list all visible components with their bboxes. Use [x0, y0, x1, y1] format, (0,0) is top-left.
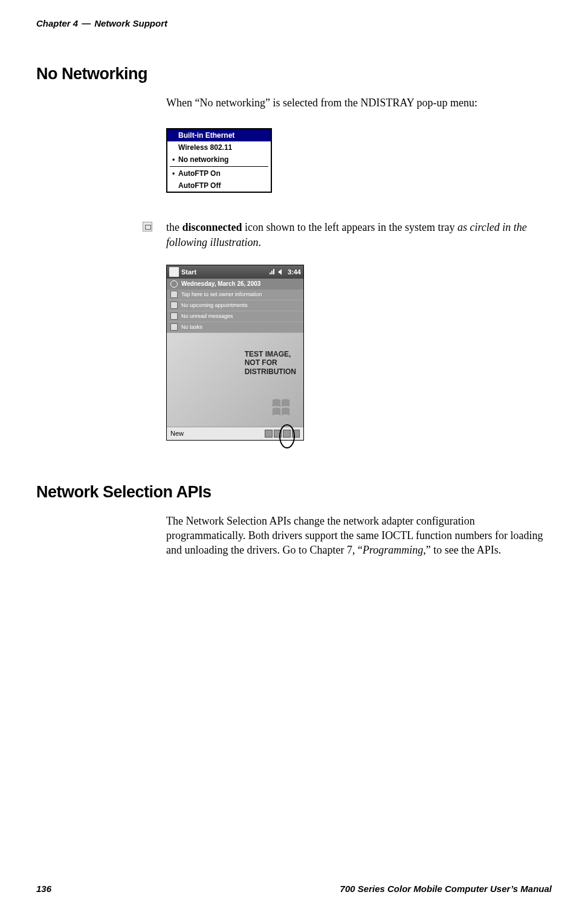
tray-icon-2[interactable]	[274, 430, 282, 438]
page-footer: 136 700 Series Color Mobile Computer Use…	[36, 884, 552, 894]
section-heading-no-networking: No Networking	[36, 65, 552, 83]
windows-flag-icon	[169, 267, 179, 277]
device-topbar: Start 3:44	[167, 265, 303, 279]
intro-paragraph: When “No networking” is selected from th…	[166, 95, 552, 110]
date-text: Wednesday, March 26, 2003	[181, 280, 260, 287]
test-line-2: NOT FOR	[245, 358, 296, 367]
signal-icon	[268, 268, 276, 276]
apis-text-2: ,” to see the APIs.	[423, 544, 501, 556]
row-text: No unread messages	[181, 313, 233, 319]
chapter-title: Network Support	[94, 18, 167, 28]
disconnected-icon	[143, 222, 152, 231]
section-heading-network-apis: Network Selection APIs	[36, 483, 552, 502]
row-text: No tasks	[181, 324, 202, 330]
menu-item-autoftp-off[interactable]: AutoFTP Off	[167, 179, 271, 192]
disconnected-text: the disconnected icon shown to the left …	[166, 220, 534, 250]
device-date-row: Wednesday, March 26, 2003	[167, 279, 303, 289]
menu-item-wireless[interactable]: Wireless 802.11	[167, 141, 271, 154]
manual-title: 700 Series Color Mobile Computer User’s …	[340, 884, 552, 894]
menu-item-ethernet[interactable]: Built-in Ethernet	[167, 129, 271, 141]
header-dash: —	[82, 18, 91, 28]
apis-paragraph: The Network Selection APIs change the ne…	[166, 514, 552, 558]
topbar-right: 3:44	[268, 268, 301, 276]
tray-icon-1[interactable]	[265, 430, 273, 438]
tray-icon-3[interactable]	[283, 430, 291, 438]
system-tray	[265, 430, 300, 438]
text-mid: icon shown to the left appears in the sy…	[242, 221, 457, 233]
apis-text-italic: Programming	[363, 544, 423, 556]
device-screenshot: Start 3:44 Wednesday, March 26, 2003 Tap…	[166, 265, 304, 441]
menu-item-autoftp-on[interactable]: • AutoFTP On	[167, 167, 271, 179]
menu-label: AutoFTP On	[178, 169, 221, 178]
row-text: Tap here to set owner information	[181, 291, 262, 297]
device-row-messages[interactable]: No unread messages	[167, 311, 303, 322]
device-row-owner[interactable]: Tap here to set owner information	[167, 289, 303, 300]
disconnected-icon-paragraph: the disconnected icon shown to the left …	[143, 220, 534, 250]
menu-divider	[170, 166, 268, 167]
text-bold-disconnected: disconnected	[183, 221, 242, 233]
menu-label: No networking	[178, 155, 228, 164]
test-line-1: TEST IMAGE,	[245, 350, 296, 358]
device-body: TEST IMAGE, NOT FOR DISTRIBUTION	[167, 333, 303, 427]
page-header: Chapter 4 — Network Support	[36, 18, 552, 28]
time-label: 3:44	[288, 268, 301, 276]
speaker-icon	[278, 268, 285, 276]
row-text: No upcoming appointments	[181, 302, 248, 308]
chapter-number: Chapter 4	[36, 18, 78, 28]
menu-bullet-dot: •	[172, 169, 178, 178]
new-button[interactable]: New	[170, 430, 184, 437]
envelope-icon	[170, 312, 178, 320]
device-row-tasks[interactable]: No tasks	[167, 322, 303, 333]
device-row-appointments[interactable]: No upcoming appointments	[167, 300, 303, 311]
tray-icon-disconnected[interactable]	[292, 430, 300, 438]
menu-label: Wireless 802.11	[178, 143, 232, 152]
test-line-3: DISTRIBUTION	[245, 367, 296, 376]
menu-bullet-dot: •	[172, 155, 178, 164]
ndistray-menu: Built-in Ethernet Wireless 802.11 • No n…	[166, 128, 272, 193]
checkbox-icon	[170, 323, 178, 331]
start-label[interactable]: Start	[181, 268, 196, 276]
menu-label: AutoFTP Off	[178, 181, 221, 190]
page-number: 136	[36, 884, 51, 894]
windows-logo-icon	[270, 398, 292, 418]
menu-label: Built-in Ethernet	[178, 131, 234, 140]
calendar-icon	[170, 302, 178, 309]
device-bottombar: New	[167, 427, 303, 440]
text-pre: the	[166, 221, 183, 233]
text-end: .	[259, 236, 262, 248]
owner-icon	[170, 291, 178, 298]
test-image-label: TEST IMAGE, NOT FOR DISTRIBUTION	[245, 350, 296, 376]
menu-item-no-networking[interactable]: • No networking	[167, 154, 271, 166]
clock-icon	[170, 280, 178, 288]
